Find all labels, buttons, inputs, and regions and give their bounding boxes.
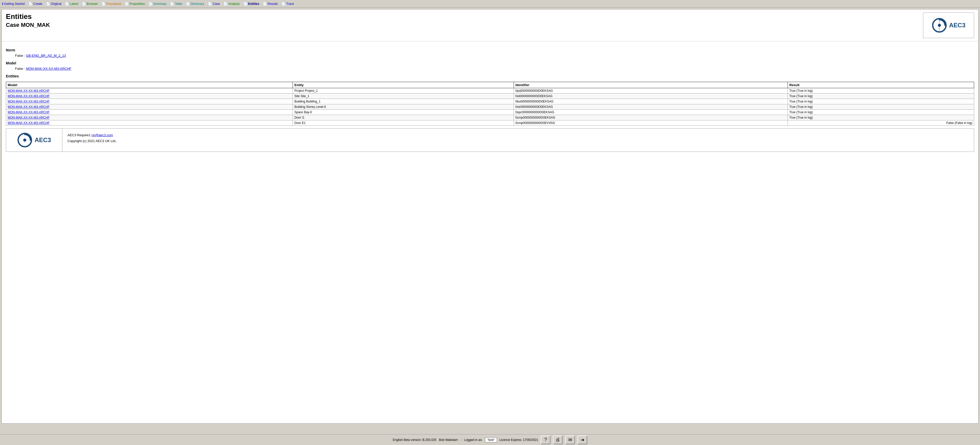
exit-button[interactable]: ➜ xyxy=(578,435,587,444)
table-cell-model: MON-MAK-XX-XX-M3-ARCHF xyxy=(6,94,293,99)
table-cell-result: False (False in log) xyxy=(788,120,974,126)
model-false-label: False xyxy=(15,67,23,70)
nav-icon-browser: 📄 xyxy=(82,2,86,6)
table-cell-identifier: 0str0000000000ID0EKSAG xyxy=(514,104,788,110)
table-cell-identifier: 0bui0000000000ID0EKSAG xyxy=(514,99,788,104)
footer-require-label: AEC3 Require1 xyxy=(67,133,91,137)
logged-as-label: Logged in as: xyxy=(464,438,482,442)
footer-aec3-logo: AEC3 xyxy=(17,132,51,148)
nav-icon-original: 📄 xyxy=(46,2,50,6)
model-link[interactable]: MON-MAK-XX-XX-M3-ARCHF xyxy=(26,67,72,70)
body-content: Norm False : GB-ENG_BR_AD_M_2_13 Model F… xyxy=(2,41,978,155)
logo-box: AEC3 xyxy=(923,13,974,38)
nav-item-original[interactable]: 📄Original xyxy=(45,1,62,6)
nav-item-case[interactable]: 📄Case xyxy=(207,1,221,6)
nav-label-analysis: Analysis xyxy=(228,2,240,6)
table-cell-entity: Door E1 xyxy=(293,120,514,126)
nav-item-create[interactable]: 📄Create xyxy=(27,1,43,6)
model-link[interactable]: MON-MAK-XX-XX-M3-ARCHF xyxy=(8,89,49,93)
footer-logo-section: AEC3 AEC3 Require1 nn@aec3.com Copyright… xyxy=(6,128,974,152)
case-title: Case MON_MAK xyxy=(6,22,50,29)
model-field-row: False : MON-MAK-XX-XX-M3-ARCHF xyxy=(15,67,974,70)
entities-section-label: Entities xyxy=(6,74,974,78)
nav-item-analysis[interactable]: 📄Analysis xyxy=(222,1,241,6)
status-bar: English Beta version: B.250.025 Bob Wake… xyxy=(0,434,980,445)
table-header-model: Model xyxy=(6,82,293,88)
nav-label-latest: Latest xyxy=(70,2,78,6)
model-link[interactable]: MON-MAK-XX-XX-M3-ARCHF xyxy=(8,100,49,103)
table-row: MON-MAK-XX-XX-M3-ARCHFProject Project_10… xyxy=(6,88,974,94)
nav-item-dictionary[interactable]: 📄Dictionary xyxy=(185,1,205,6)
aec3-logo: AEC3 xyxy=(932,18,966,33)
nav-item-table[interactable]: 📄Table xyxy=(169,1,183,6)
nav-icon-latest: 📄 xyxy=(65,2,69,6)
footer-email-link[interactable]: nn@aec3.com xyxy=(91,133,113,137)
nav-item-browser[interactable]: 📄Browser xyxy=(81,1,99,6)
table-cell-model: MON-MAK-XX-XX-M3-ARCHF xyxy=(6,110,293,115)
table-cell-identifier: 0sit0000000000ID0EKSAG xyxy=(514,94,788,99)
nav-icon-results: 📄 xyxy=(263,2,267,6)
header-titles: Entities Case MON_MAK xyxy=(6,13,50,29)
table-row: MON-MAK-XX-XX-M3-ARCHFSite Site_10sit000… xyxy=(6,94,974,99)
model-link[interactable]: MON-MAK-XX-XX-M3-ARCHF xyxy=(8,121,49,125)
version-text: English Beta version: B.250.025 xyxy=(393,438,436,442)
norm-separator: : xyxy=(24,54,26,57)
model-separator: : xyxy=(24,67,26,70)
nav-item-entities[interactable]: 📄Entities xyxy=(242,1,260,6)
norm-field-row: False : GB-ENG_BR_AD_M_2_13 xyxy=(15,54,974,57)
nav-item-summary[interactable]: 📄Summary xyxy=(148,1,167,6)
nav-icon-procedural: 📄 xyxy=(102,2,105,6)
table-cell-model: MON-MAK-XX-XX-M3-ARCHF xyxy=(6,104,293,110)
table-header-row: ModelEntityIdentifierResult xyxy=(6,82,974,88)
footer-aec3-text: AEC3 xyxy=(35,137,51,144)
nav-label-results: Results xyxy=(267,2,278,6)
nav-label-original: Original xyxy=(51,2,61,6)
nav-item-results[interactable]: 📄Results xyxy=(262,1,279,6)
norm-link[interactable]: GB-ENG_BR_AD_M_2_13 xyxy=(26,54,66,57)
nav-item-latest[interactable]: 📄Latest xyxy=(64,1,79,6)
email-button[interactable]: ✉ xyxy=(565,435,575,444)
nav-item-proposition[interactable]: 📄Proposition xyxy=(124,1,146,6)
table-header-result: Result xyxy=(788,82,974,88)
model-section-label: Model xyxy=(6,61,974,65)
model-link[interactable]: MON-MAK-XX-XX-M3-ARCHF xyxy=(8,105,49,108)
nav-icon-entities: 📄 xyxy=(243,2,247,6)
nav-item-procedural[interactable]: 📄Procedural xyxy=(100,1,122,6)
nav-item-getting-started[interactable]: ℹGetting Started xyxy=(1,1,26,6)
nav-item-trace[interactable]: 📄Trace xyxy=(280,1,295,6)
footer-require-line: AEC3 Require1 nn@aec3.com xyxy=(67,132,117,138)
nav-label-entities: Entities xyxy=(248,2,259,6)
navigation-bar: ℹGetting Started📄Create📄Original📄Latest📄… xyxy=(0,0,980,8)
table-cell-entity: Site Site_1 xyxy=(293,94,514,99)
footer-logo-box: AEC3 xyxy=(6,129,62,152)
nav-icon-create: 📄 xyxy=(29,2,32,6)
nav-icon-dictionary: 📄 xyxy=(186,2,190,6)
print-button[interactable]: 🖨 xyxy=(553,435,563,444)
model-link[interactable]: MON-MAK-XX-XX-M3-ARCHF xyxy=(8,94,49,98)
header-section: Entities Case MON_MAK AEC3 xyxy=(2,10,978,41)
nav-label-dictionary: Dictionary xyxy=(191,2,204,6)
entities-table-body: MON-MAK-XX-XX-M3-ARCHFProject Project_10… xyxy=(6,88,974,126)
table-cell-model: MON-MAK-XX-XX-M3-ARCHF xyxy=(6,120,293,126)
help-button[interactable]: ? xyxy=(541,435,550,444)
table-cell-model: MON-MAK-XX-XX-M3-ARCHF xyxy=(6,115,293,120)
user-name-label: Bob Wakelam xyxy=(439,438,458,442)
entities-table: ModelEntityIdentifierResult MON-MAK-XX-X… xyxy=(6,82,974,126)
model-link[interactable]: MON-MAK-XX-XX-M3-ARCHF xyxy=(8,110,49,114)
aec3-logo-icon xyxy=(932,18,947,33)
table-header-entity: Entity xyxy=(293,82,514,88)
model-link[interactable]: MON-MAK-XX-XX-M3-ARCHF xyxy=(8,116,49,120)
table-cell-identifier: 0cmp0000000000ID0EKSAG xyxy=(514,115,788,120)
page-title: Entities xyxy=(6,13,50,21)
main-content-area: Entities Case MON_MAK AEC3 Norm False : … xyxy=(2,9,978,424)
table-cell-entity: Door I1 xyxy=(293,115,514,120)
nav-label-getting-started: Getting Started xyxy=(4,2,25,6)
table-row: MON-MAK-XX-XX-M3-ARCHFSpace Bay-00spc000… xyxy=(6,110,974,115)
norm-section-label: Norm xyxy=(6,48,974,52)
table-cell-result: True (True in log) xyxy=(788,88,974,94)
entities-table-section: ModelEntityIdentifierResult MON-MAK-XX-X… xyxy=(6,82,974,126)
nav-label-procedural: Procedural xyxy=(106,2,121,6)
table-cell-entity: Space Bay-0 xyxy=(293,110,514,115)
logged-as-value: "bob" xyxy=(485,437,497,442)
footer-info: AEC3 Require1 nn@aec3.com Copyright (c) … xyxy=(62,129,122,152)
